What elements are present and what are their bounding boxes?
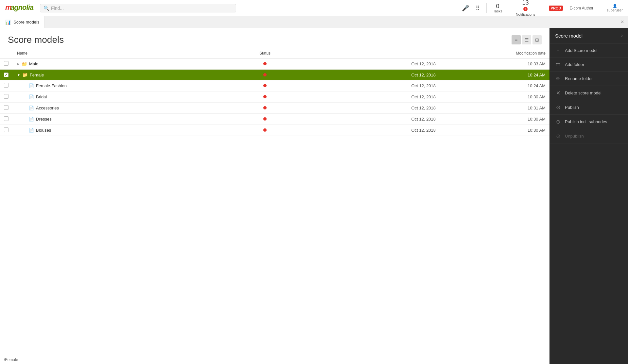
row-checkbox[interactable]: [4, 116, 9, 121]
add-folder-label: Add folder: [565, 62, 584, 67]
notification-dot: •: [523, 7, 528, 11]
mic-icon[interactable]: 🎤: [462, 5, 469, 12]
action-panel-title: Score model: [555, 33, 583, 39]
env-badge[interactable]: PROD: [549, 6, 563, 11]
row-checkbox[interactable]: [4, 127, 9, 132]
unpublish-icon: ⊙: [555, 133, 561, 139]
notifications-label: Notifications: [516, 12, 535, 16]
current-path: /Female: [4, 357, 18, 362]
action-panel: Score model › + Add Score model 🗀 Add fo…: [550, 28, 628, 364]
status-cell: [252, 103, 278, 114]
time-cell: 10:31 AM: [440, 103, 550, 114]
row-checkbox[interactable]: [4, 94, 9, 99]
name-cell[interactable]: ▼ 📁 Female: [13, 70, 252, 80]
name-cell[interactable]: ▶ 📁 Male: [13, 58, 252, 70]
time-cell: 10:30 AM: [440, 91, 550, 103]
document-icon: 📄: [29, 128, 34, 133]
table-row[interactable]: 📄 Bridal Oct 12, 2018 10:30 AM: [0, 91, 550, 103]
name-cell[interactable]: 📄 Dresses: [13, 114, 252, 125]
table-row[interactable]: ✓ ▼ 📁 Female Oct 12, 2018 10:24 AM: [0, 70, 550, 80]
status-cell: [252, 91, 278, 103]
checkbox-cell[interactable]: [0, 58, 13, 70]
expand-button[interactable]: ▶: [17, 62, 20, 66]
user-label: superuser: [607, 8, 623, 12]
row-name: Female-Fashion: [36, 83, 67, 88]
tasks-nav-item[interactable]: 0 Tasks: [493, 3, 502, 13]
checkbox-cell[interactable]: [0, 114, 13, 125]
row-name: Dresses: [36, 117, 52, 122]
panel-chevron-icon[interactable]: ›: [621, 33, 623, 39]
nav-divider-4: [600, 3, 600, 13]
table-row[interactable]: 📄 Dresses Oct 12, 2018 10:30 AM: [0, 114, 550, 125]
action-items-container: + Add Score model 🗀 Add folder ✏ Rename …: [550, 43, 628, 143]
action-add-folder[interactable]: 🗀 Add folder: [550, 58, 628, 72]
collapse-button[interactable]: ▼: [17, 73, 20, 77]
checkbox-cell[interactable]: [0, 103, 13, 114]
publish-icon: ⊙: [555, 104, 561, 110]
row-checkbox[interactable]: [4, 105, 9, 110]
checkbox-cell[interactable]: ✓: [0, 70, 13, 80]
name-cell[interactable]: 📄 Female-Fashion: [13, 80, 252, 91]
page-title: Score models: [8, 35, 64, 45]
grid-view-button[interactable]: ⊞: [532, 35, 542, 44]
name-cell[interactable]: 📄 Bridal: [13, 91, 252, 103]
status-dot: [263, 84, 267, 87]
name-cell[interactable]: 📄 Blouses: [13, 125, 252, 136]
rename-folder-icon: ✏: [555, 75, 561, 82]
notifications-nav-item[interactable]: 13 • Notifications: [516, 0, 535, 16]
date-cell: Oct 12, 2018: [278, 91, 440, 103]
action-unpublish: ⊙ Unpublish: [550, 129, 628, 143]
status-cell: [252, 70, 278, 80]
list-view-button[interactable]: ☰: [522, 35, 531, 44]
document-icon: 📄: [29, 94, 34, 99]
unpublish-label: Unpublish: [565, 134, 584, 139]
row-checkbox[interactable]: [4, 83, 9, 88]
checkbox-cell[interactable]: [0, 91, 13, 103]
name-cell[interactable]: 📄 Accessories: [13, 103, 252, 114]
action-panel-header: Score model ›: [550, 28, 628, 43]
date-cell: Oct 12, 2018: [278, 58, 440, 70]
action-publish[interactable]: ⊙ Publish: [550, 100, 628, 115]
status-dot: [263, 73, 267, 76]
search-bar[interactable]: 🔍 Find...: [40, 4, 236, 12]
checkbox-cell[interactable]: [0, 125, 13, 136]
top-navigation: m agnolia 🔍 Find... 🎤 ⠿ 0 Tasks 13 • Not…: [0, 0, 628, 16]
table-row[interactable]: 📄 Blouses Oct 12, 2018 10:30 AM: [0, 125, 550, 136]
action-delete-score-model[interactable]: ✕ Delete score model: [550, 86, 628, 100]
publish-incl-subnodes-label: Publish incl. subnodes: [565, 119, 607, 124]
date-cell: Oct 12, 2018: [278, 80, 440, 91]
action-publish-incl-subnodes[interactable]: ⊙ Publish incl. subnodes: [550, 115, 628, 129]
document-icon: 📄: [29, 117, 34, 122]
logo[interactable]: m agnolia: [5, 3, 35, 14]
row-name: Accessories: [36, 106, 59, 110]
row-checkbox[interactable]: ✓: [4, 73, 9, 77]
checkbox-cell[interactable]: [0, 80, 13, 91]
close-tab-button[interactable]: ×: [620, 19, 628, 25]
table-container: Name Status Modification date ▶ 📁 Male O…: [0, 48, 550, 355]
grid-icon[interactable]: ⠿: [476, 5, 480, 12]
score-models-table: Name Status Modification date ▶ 📁 Male O…: [0, 48, 550, 136]
status-cell: [252, 114, 278, 125]
tasks-count: 0: [496, 3, 499, 9]
checkbox-header: [0, 48, 13, 58]
tree-view-button[interactable]: ≡: [512, 35, 521, 44]
row-checkbox[interactable]: [4, 61, 9, 66]
table-row[interactable]: 📄 Female-Fashion Oct 12, 2018 10:24 AM: [0, 80, 550, 91]
tasks-label: Tasks: [493, 9, 502, 13]
status-cell: [252, 125, 278, 136]
table-row[interactable]: 📄 Accessories Oct 12, 2018 10:31 AM: [0, 103, 550, 114]
tab-bar: 📊 Score models ×: [0, 16, 628, 28]
content-header: Score models ≡ ☰ ⊞: [0, 28, 550, 48]
add-score-model-label: Add Score model: [565, 48, 598, 53]
user-nav-item[interactable]: 👤 superuser: [607, 4, 623, 12]
bottom-bar: /Female: [0, 355, 550, 364]
svg-text:agnolia: agnolia: [10, 3, 34, 11]
row-name: Bridal: [36, 94, 47, 99]
action-rename-folder[interactable]: ✏ Rename folder: [550, 72, 628, 86]
status-cell: [252, 58, 278, 70]
action-add-score-model[interactable]: + Add Score model: [550, 43, 628, 58]
score-models-tab[interactable]: 📊 Score models: [0, 16, 45, 28]
table-row[interactable]: ▶ 📁 Male Oct 12, 2018 10:33 AM: [0, 58, 550, 70]
notifications-count: 13: [522, 0, 529, 6]
rename-folder-label: Rename folder: [565, 76, 593, 81]
